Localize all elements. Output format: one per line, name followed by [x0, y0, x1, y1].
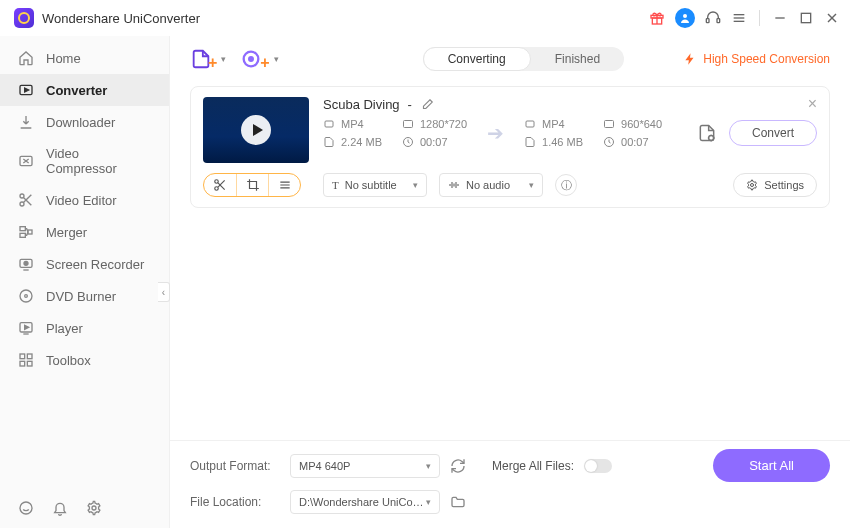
sidebar-item-label: Player: [46, 321, 83, 336]
user-avatar[interactable]: [675, 8, 695, 28]
sidebar-item-home[interactable]: Home: [0, 42, 169, 74]
sidebar-item-label: Home: [46, 51, 81, 66]
maximize-icon[interactable]: [798, 10, 814, 26]
toolbox-icon: [18, 352, 34, 368]
output-settings-icon[interactable]: [697, 123, 717, 143]
chevron-down-icon: ▾: [274, 54, 279, 64]
svg-marker-13: [25, 88, 29, 92]
high-speed-conversion[interactable]: High Speed Conversion: [683, 52, 830, 66]
svg-rect-31: [27, 354, 32, 359]
sidebar-item-label: DVD Burner: [46, 289, 116, 304]
sidebar-item-recorder[interactable]: Screen Recorder: [0, 248, 169, 280]
src-format: MP4: [341, 118, 364, 130]
start-all-button[interactable]: Start All: [713, 449, 830, 482]
svg-rect-42: [605, 121, 614, 128]
dst-resolution: 960*640: [621, 118, 662, 130]
settings-icon[interactable]: [86, 500, 102, 516]
svg-rect-41: [526, 121, 534, 127]
svg-rect-4: [717, 19, 720, 23]
sidebar-item-compressor[interactable]: Video Compressor: [0, 138, 169, 184]
svg-rect-19: [20, 227, 25, 231]
svg-rect-33: [27, 361, 32, 366]
file-location-select[interactable]: D:\Wondershare UniConverter ▾: [290, 490, 440, 514]
svg-rect-30: [20, 354, 25, 359]
svg-rect-38: [325, 121, 333, 127]
compressor-icon: [18, 153, 34, 169]
bell-icon[interactable]: [52, 500, 68, 516]
svg-point-45: [215, 180, 219, 184]
app-title: Wondershare UniConverter: [42, 11, 200, 26]
close-icon[interactable]: [824, 10, 840, 26]
divider: [759, 10, 760, 26]
crop-button[interactable]: [236, 174, 268, 196]
file-settings-button[interactable]: Settings: [733, 173, 817, 197]
gift-icon[interactable]: [649, 10, 665, 26]
rename-icon[interactable]: [420, 98, 434, 112]
sidebar-item-label: Screen Recorder: [46, 257, 144, 272]
svg-rect-21: [28, 230, 32, 234]
sidebar-item-downloader[interactable]: Downloader: [0, 106, 169, 138]
svg-point-2: [683, 14, 687, 18]
svg-marker-28: [25, 325, 29, 329]
svg-point-16: [20, 202, 24, 206]
merge-label: Merge All Files:: [492, 459, 574, 473]
svg-point-46: [215, 187, 219, 191]
chevron-down-icon: ▾: [221, 54, 226, 64]
svg-rect-3: [706, 19, 709, 23]
sidebar-item-label: Merger: [46, 225, 87, 240]
feedback-icon[interactable]: [18, 500, 34, 516]
svg-point-25: [20, 290, 32, 302]
home-icon: [18, 50, 34, 66]
src-duration: 00:07: [420, 136, 448, 148]
titlebar: Wondershare UniConverter: [0, 0, 850, 36]
video-thumbnail[interactable]: [203, 97, 309, 163]
svg-point-44: [709, 136, 714, 141]
sync-icon[interactable]: [450, 458, 466, 474]
src-size: 2.24 MB: [341, 136, 382, 148]
dst-duration: 00:07: [621, 136, 649, 148]
sidebar-item-dvd[interactable]: DVD Burner: [0, 280, 169, 312]
sidebar-item-merger[interactable]: Merger: [0, 216, 169, 248]
app-logo: [14, 8, 34, 28]
menu-icon[interactable]: [731, 10, 747, 26]
remove-file-icon[interactable]: ×: [808, 95, 817, 113]
trim-button[interactable]: [204, 174, 236, 196]
sidebar-item-label: Converter: [46, 83, 107, 98]
output-format-select[interactable]: MP4 640P ▾: [290, 454, 440, 478]
svg-point-37: [250, 57, 254, 61]
sidebar-item-toolbox[interactable]: Toolbox: [0, 344, 169, 376]
svg-point-15: [20, 194, 24, 198]
sidebar-collapse[interactable]: ‹: [158, 282, 170, 302]
tab-converting[interactable]: Converting: [423, 47, 531, 71]
dst-format: MP4: [542, 118, 565, 130]
player-icon: [18, 320, 34, 336]
audio-select[interactable]: No audio ▾: [439, 173, 543, 197]
converter-icon: [18, 82, 34, 98]
output-format-label: Output Format:: [190, 459, 280, 473]
sidebar-item-editor[interactable]: Video Editor: [0, 184, 169, 216]
download-icon: [18, 114, 34, 130]
svg-point-57: [751, 184, 754, 187]
svg-point-35: [92, 506, 96, 510]
add-disc-button[interactable]: + ▾: [240, 46, 278, 72]
tab-finished[interactable]: Finished: [531, 47, 624, 71]
add-file-button[interactable]: + ▾: [190, 46, 226, 72]
convert-button[interactable]: Convert: [729, 120, 817, 146]
info-icon[interactable]: ⓘ: [555, 174, 577, 196]
disc-icon: [18, 288, 34, 304]
file-card: Scuba Diving - MP4 1280*720 2.24 MB 00:0…: [190, 86, 830, 208]
headset-icon[interactable]: [705, 10, 721, 26]
open-folder-icon[interactable]: [450, 494, 466, 510]
footer: Output Format: MP4 640P ▾ Merge All File…: [170, 440, 850, 528]
svg-point-26: [25, 295, 28, 298]
svg-rect-39: [403, 121, 412, 128]
svg-rect-9: [801, 13, 810, 22]
merge-toggle[interactable]: [584, 459, 612, 473]
subtitle-select[interactable]: T No subtitle ▾: [323, 173, 427, 197]
arrow-right-icon: ➔: [477, 121, 514, 145]
effects-button[interactable]: [268, 174, 300, 196]
sidebar-item-converter[interactable]: Converter: [0, 74, 169, 106]
svg-point-23: [24, 261, 28, 265]
minimize-icon[interactable]: [772, 10, 788, 26]
sidebar-item-player[interactable]: Player: [0, 312, 169, 344]
